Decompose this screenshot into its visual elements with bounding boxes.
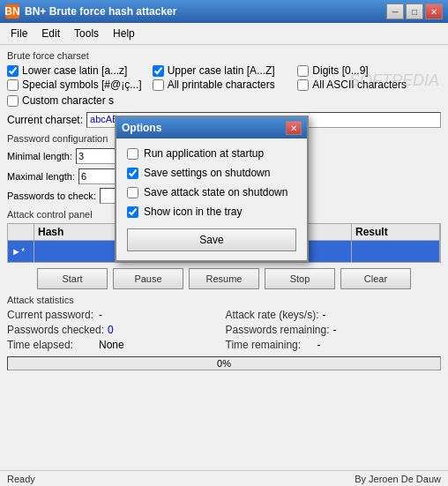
dialog-option-2: Save attack state on shutdown	[127, 186, 296, 198]
title-bar: BN BN+ Brute force hash attacker ─ □ ✕	[0, 0, 448, 23]
menu-file[interactable]: File	[4, 25, 34, 42]
minimize-button[interactable]: ─	[386, 4, 404, 19]
dialog-option-3: Show icon in the tray	[127, 206, 296, 218]
dialog-checkbox-1[interactable]	[127, 168, 138, 179]
dialog-close-button[interactable]: ✕	[286, 121, 302, 135]
dialog-overlay: Options ✕ Run application at startup Sav…	[0, 45, 448, 486]
dialog-save-button[interactable]: Save	[127, 228, 296, 251]
dialog-option-label-2: Save attack state on shutdown	[144, 186, 287, 198]
menu-help[interactable]: Help	[106, 25, 142, 42]
dialog-content: Run application at startup Save settings…	[116, 138, 307, 260]
main-window: BN BN+ Brute force hash attacker ─ □ ✕ F…	[0, 0, 448, 486]
dialog-option-0: Run application at startup	[127, 147, 296, 160]
dialog-checkbox-3[interactable]	[127, 206, 138, 218]
menu-edit[interactable]: Edit	[34, 25, 67, 42]
maximize-button[interactable]: □	[406, 4, 423, 19]
dialog-option-label-1: Save settings on shutdown	[144, 167, 270, 179]
dialog-checkbox-0[interactable]	[127, 148, 138, 160]
close-button[interactable]: ✕	[425, 4, 443, 19]
title-bar-controls: ─ □ ✕	[386, 4, 443, 19]
window-title: BN+ Brute force hash attacker	[25, 5, 176, 18]
options-dialog: Options ✕ Run application at startup Sav…	[115, 116, 309, 262]
dialog-option-1: Save settings on shutdown	[127, 167, 296, 179]
app-icon: BN	[5, 4, 19, 19]
dialog-option-label-0: Run application at startup	[144, 147, 264, 160]
dialog-checkbox-2[interactable]	[127, 187, 138, 198]
title-bar-left: BN BN+ Brute force hash attacker	[5, 4, 176, 19]
dialog-title: Options	[122, 122, 161, 134]
menu-bar: File Edit Tools Help	[0, 23, 448, 45]
dialog-title-bar: Options ✕	[116, 117, 307, 138]
main-content: SOFTPEDIA Brute force charset Lower case…	[0, 45, 448, 486]
dialog-option-label-3: Show icon in the tray	[144, 206, 242, 218]
menu-tools[interactable]: Tools	[67, 25, 106, 42]
